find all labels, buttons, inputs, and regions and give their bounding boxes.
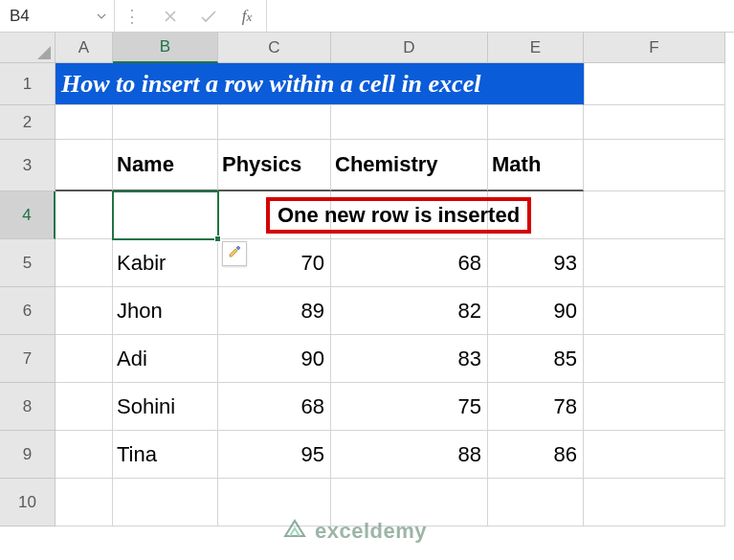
column-header[interactable]: E (488, 33, 584, 63)
watermark-text: exceldemy (315, 519, 427, 544)
row-header[interactable]: 3 (0, 140, 56, 191)
paintbrush-icon (227, 244, 242, 263)
row-header[interactable]: 9 (0, 431, 56, 479)
header-cell[interactable]: Chemistry (331, 140, 488, 191)
cell[interactable] (584, 287, 725, 335)
cell[interactable]: 93 (488, 239, 584, 287)
cell[interactable] (488, 105, 584, 140)
cell[interactable]: 82 (331, 287, 488, 335)
cell[interactable]: Tina (113, 431, 218, 479)
cell[interactable]: Jhon (113, 287, 218, 335)
cell[interactable]: 78 (488, 383, 584, 431)
fx-icon: fx (242, 7, 253, 26)
cell[interactable]: 83 (331, 335, 488, 383)
cell[interactable]: 86 (488, 431, 584, 479)
cell[interactable] (218, 105, 331, 140)
cell[interactable]: Sohini (113, 383, 218, 431)
cell[interactable] (113, 105, 218, 140)
cell[interactable] (584, 140, 725, 191)
cell[interactable] (56, 383, 113, 431)
cell[interactable] (56, 431, 113, 479)
cell[interactable] (584, 431, 725, 479)
column-header[interactable]: C (218, 33, 331, 63)
cell[interactable] (584, 105, 725, 140)
formula-input[interactable] (266, 0, 734, 32)
cell[interactable] (56, 287, 113, 335)
cell[interactable]: 88 (331, 431, 488, 479)
cell[interactable]: 68 (218, 383, 331, 431)
insert-options-button[interactable] (222, 241, 247, 266)
annotation-callout: One new row is inserted (266, 197, 531, 234)
row-header[interactable]: 8 (0, 383, 56, 431)
cell[interactable] (113, 191, 218, 239)
row-header[interactable]: 7 (0, 335, 56, 383)
cell[interactable]: 89 (218, 287, 331, 335)
formula-bar: B4 ⋮ fx (0, 0, 734, 33)
formula-bar-grip: ⋮ (115, 0, 151, 32)
table-row: How to insert a row within a cell in exc… (56, 63, 725, 105)
cell[interactable] (56, 191, 113, 239)
table-row: Adi 90 83 85 (56, 335, 725, 383)
watermark: exceldemy (282, 517, 427, 546)
cell[interactable] (584, 239, 725, 287)
table-row: Kabir 70 68 93 (56, 239, 725, 287)
row-header[interactable]: 5 (0, 239, 56, 287)
cell[interactable] (584, 335, 725, 383)
cell[interactable]: 85 (488, 335, 584, 383)
header-cell[interactable]: Physics (218, 140, 331, 191)
cell[interactable]: 75 (331, 383, 488, 431)
cells: How to insert a row within a cell in exc… (56, 63, 725, 526)
cell[interactable] (584, 383, 725, 431)
select-all-button[interactable] (0, 33, 56, 63)
table-row: Jhon 89 82 90 (56, 287, 725, 335)
column-header[interactable]: A (56, 33, 113, 63)
column-header[interactable]: B (113, 33, 218, 63)
name-box[interactable]: B4 (0, 0, 115, 32)
cell[interactable]: Adi (113, 335, 218, 383)
cell[interactable]: 68 (331, 239, 488, 287)
title-cell[interactable]: How to insert a row within a cell in exc… (56, 63, 584, 105)
check-icon (200, 9, 217, 24)
cell[interactable]: 90 (488, 287, 584, 335)
cell[interactable] (584, 479, 725, 526)
logo-icon (282, 517, 307, 546)
column-header[interactable]: D (331, 33, 488, 63)
row-header[interactable]: 6 (0, 287, 56, 335)
row-header[interactable]: 10 (0, 479, 56, 526)
cell[interactable] (56, 335, 113, 383)
header-cell[interactable]: Name (113, 140, 218, 191)
table-row: Name Physics Chemistry Math (56, 140, 725, 191)
table-row: Sohini 68 75 78 (56, 383, 725, 431)
cell[interactable] (488, 479, 584, 526)
cell[interactable] (56, 239, 113, 287)
column-header[interactable]: F (584, 33, 725, 63)
table-row: Tina 95 88 86 (56, 431, 725, 479)
name-box-value: B4 (10, 7, 30, 26)
cell[interactable]: 95 (218, 431, 331, 479)
cell[interactable] (584, 63, 725, 105)
header-cell[interactable]: Math (488, 140, 584, 191)
chevron-down-icon[interactable] (97, 11, 106, 21)
row-header[interactable]: 1 (0, 63, 56, 105)
cell[interactable] (331, 105, 488, 140)
row-header[interactable]: 2 (0, 105, 56, 140)
cell[interactable]: Kabir (113, 239, 218, 287)
insert-function-button[interactable]: fx (228, 0, 266, 32)
enter-button (189, 0, 228, 32)
cancel-button (151, 0, 189, 32)
cell[interactable] (56, 140, 113, 191)
cell[interactable] (56, 479, 113, 526)
table-row (56, 105, 725, 140)
row-headers: 1 2 3 4 5 6 7 8 9 10 (0, 63, 56, 526)
column-headers: A B C D E F (56, 33, 725, 63)
cell[interactable] (56, 105, 113, 140)
cell[interactable] (584, 191, 725, 239)
cell[interactable]: 90 (218, 335, 331, 383)
row-header[interactable]: 4 (0, 191, 56, 239)
x-icon (163, 9, 178, 24)
cell[interactable] (113, 479, 218, 526)
